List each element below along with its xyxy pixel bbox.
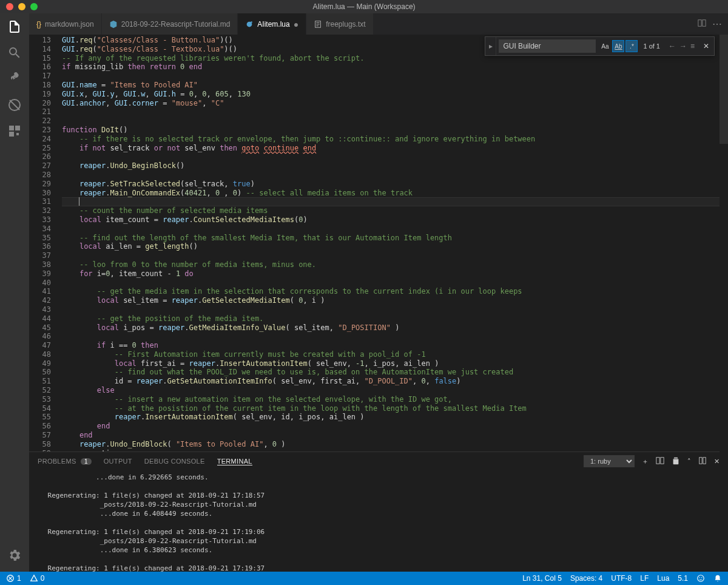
titlebar: AIitem.lua — Main (Workspace) [0, 0, 728, 13]
find-close-icon[interactable]: ✕ [698, 42, 714, 50]
find-widget: ▸ Aa Ab .* 1 of 1 ← → ≡ ✕ [485, 36, 715, 56]
split-editor-icon[interactable] [698, 19, 706, 29]
tab-markdown-json[interactable]: {}markdown.json [29, 13, 102, 35]
debug-icon[interactable] [7, 98, 22, 114]
svg-rect-8 [703, 20, 706, 27]
find-input[interactable] [499, 39, 596, 53]
tab-dirty-icon: ● [294, 19, 298, 29]
tab-label: freeplugs.txt [326, 20, 365, 29]
svg-point-2 [251, 21, 253, 23]
find-next-icon[interactable]: → [679, 42, 687, 50]
status-line-col[interactable]: Ln 31, Col 5 [522, 574, 562, 583]
window-title: AIitem.lua — Main (Workspace) [312, 2, 415, 11]
status-encoding[interactable]: UTF-8 [611, 574, 632, 583]
tab-bar: {}markdown.json2018-09-22-Reascript-Tuto… [29, 13, 728, 35]
minimap-slider[interactable] [720, 35, 728, 144]
find-prev-icon[interactable]: ← [669, 42, 676, 50]
status-bar: 1 0 Ln 31, Col 5 Spaces: 4 UTF-8 LF Lua … [0, 572, 728, 585]
svg-rect-11 [699, 458, 702, 464]
svg-rect-7 [698, 20, 701, 27]
svg-rect-9 [656, 458, 659, 464]
new-terminal-icon[interactable]: ＋ [642, 457, 649, 466]
panel-collapse-icon[interactable]: ˄ [687, 458, 691, 465]
kill-terminal-icon[interactable] [672, 456, 680, 466]
svg-point-15 [699, 577, 700, 578]
tab-label: 2018-09-22-Reascript-Tutorial.md [121, 20, 231, 29]
source-control-icon[interactable] [7, 72, 22, 88]
status-spaces[interactable]: Spaces: 4 [570, 574, 602, 583]
status-version[interactable]: 5.1 [678, 574, 688, 583]
tab-label: AIitem.lua [257, 20, 289, 29]
status-errors[interactable]: 1 [6, 574, 21, 583]
code-editor[interactable]: 1314151617181920212223242526272829303132… [29, 35, 728, 451]
window-minimize-button[interactable] [18, 3, 25, 10]
svg-point-16 [701, 577, 702, 578]
minimap[interactable] [720, 35, 728, 572]
panel-tab-output[interactable]: OUTPUT [104, 458, 132, 465]
svg-rect-12 [703, 458, 706, 464]
match-case-toggle[interactable]: Aa [599, 40, 611, 52]
svg-rect-10 [661, 458, 664, 464]
tab-aiitem-lua[interactable]: AIitem.lua● [238, 13, 306, 35]
status-eol[interactable]: LF [640, 574, 649, 583]
more-actions-icon[interactable]: ⋯ [712, 18, 722, 30]
activity-bar [0, 13, 29, 572]
bottom-panel: PROBLEMS 1 OUTPUT DEBUG CONSOLE TERMINAL… [29, 451, 728, 572]
panel-tab-problems[interactable]: PROBLEMS 1 [38, 458, 92, 465]
terminal-selector[interactable]: 1: ruby [584, 455, 635, 467]
panel-maximize-icon[interactable] [698, 456, 707, 466]
status-feedback-icon[interactable] [696, 574, 705, 583]
match-whole-word-toggle[interactable]: Ab [612, 40, 624, 52]
panel-tab-debug[interactable]: DEBUG CONSOLE [144, 458, 205, 465]
svg-point-14 [698, 575, 704, 582]
extensions-icon[interactable] [7, 124, 22, 140]
problems-badge: 1 [81, 458, 92, 465]
tab-freeplugs-txt[interactable]: freeplugs.txt [306, 13, 373, 35]
status-warnings[interactable]: 0 [30, 574, 45, 583]
split-terminal-icon[interactable] [656, 456, 664, 466]
find-expand-toggle[interactable]: ▸ [485, 37, 496, 55]
tab-2018-09-22-reascript-tutorial-md[interactable]: 2018-09-22-Reascript-Tutorial.md [102, 13, 238, 35]
find-in-selection-icon[interactable]: ≡ [690, 42, 695, 50]
search-icon[interactable] [7, 46, 22, 62]
settings-gear-icon[interactable] [7, 548, 22, 564]
explorer-icon[interactable] [7, 19, 22, 36]
status-bell-icon[interactable] [713, 574, 722, 583]
terminal-output[interactable]: ...done in 6.292665 seconds. Regeneratin… [29, 470, 728, 572]
panel-tab-terminal[interactable]: TERMINAL [217, 458, 252, 465]
panel-close-icon[interactable]: ✕ [714, 458, 720, 465]
window-maximize-button[interactable] [30, 3, 38, 10]
status-language[interactable]: Lua [657, 574, 669, 583]
find-result-count: 1 of 1 [643, 42, 660, 50]
regex-toggle[interactable]: .* [625, 40, 638, 52]
window-close-button[interactable] [6, 3, 13, 10]
tab-label: markdown.json [45, 20, 94, 29]
